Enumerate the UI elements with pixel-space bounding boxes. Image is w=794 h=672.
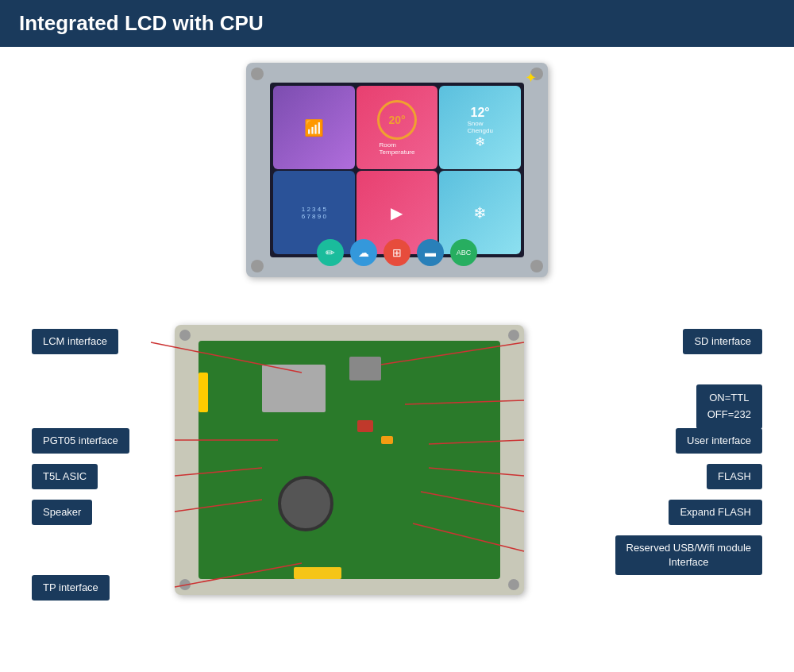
flash-label: FLASH: [707, 464, 762, 489]
icon-grid: ⊞: [384, 239, 410, 266]
pcb-chip-orange: [381, 436, 393, 444]
main-content: ✦ 📶 20° RoomTemperature 12° SnowChengdu …: [0, 47, 794, 301]
lcd-screen: 📶 20° RoomTemperature 12° SnowChengdu ❄ …: [270, 83, 524, 257]
page-title: Integrated LCD with CPU: [19, 11, 264, 35]
page-header: Integrated LCD with CPU: [0, 0, 794, 47]
snowflake-icon2: ❄: [473, 203, 487, 222]
bottom-icons-row: ✏ ☁ ⊞ ▬ ABC: [317, 239, 477, 266]
user-interface-label: User interface: [676, 428, 762, 454]
room-temp-label: RoomTemperature: [380, 141, 415, 156]
icon-cloud: ☁: [350, 239, 377, 266]
pcb-mount-bl: [179, 579, 191, 590]
pgt05-interface-label: PGT05 interface: [32, 428, 129, 454]
pcb-chip-secondary: [349, 357, 381, 380]
pcb-board: [175, 325, 524, 595]
expand-flash-label: Expand FLASH: [669, 500, 762, 525]
pcb-mount-tr: [508, 330, 519, 341]
snowflake-icon: ❄: [475, 134, 485, 149]
lcm-interface-label: LCM interface: [32, 329, 118, 354]
pcb-mount-tl: [179, 330, 191, 341]
t5l-asic-label: T5L ASIC: [32, 464, 98, 489]
tile-wifi: 📶: [273, 86, 355, 169]
icon-pencil: ✏: [317, 239, 344, 266]
pcb-chip-main: [262, 365, 326, 412]
mount-br: [530, 260, 543, 272]
mount-bl: [251, 260, 264, 272]
tile-weather: 12° SnowChengdu ❄: [439, 86, 521, 169]
keyboard-numbers: 1 2 3 4 5 6 7 8 9 0: [302, 206, 326, 220]
play-icon: ▶: [391, 203, 403, 222]
tp-interface-label: TP interface: [32, 575, 110, 601]
sun-icon: ✦: [525, 69, 537, 87]
pcb-chip-red: [357, 420, 373, 432]
sd-interface-label: SD interface: [683, 329, 762, 354]
pcb-connector-left: [198, 373, 208, 412]
temp-circle: 20°: [377, 100, 417, 140]
icon-abc: ABC: [450, 239, 477, 266]
mount-tl: [251, 68, 264, 80]
speaker-label: Speaker: [32, 500, 92, 525]
pcb-ribbon: [294, 567, 341, 579]
wifi-icon: 📶: [304, 118, 324, 137]
pcb-inner: [198, 341, 500, 579]
weather-temp: 12°: [471, 106, 490, 120]
on-ttl-label: ON=TTLOFF=232: [696, 384, 762, 429]
diagram-section: LCM interface PGT05 interface T5L ASIC S…: [16, 301, 778, 643]
icon-screen: ▬: [417, 239, 444, 266]
lcd-display-top: ✦ 📶 20° RoomTemperature 12° SnowChengdu …: [246, 63, 548, 277]
weather-desc: SnowChengdu: [467, 120, 492, 134]
pcb-container: [175, 325, 524, 595]
tile-temperature: 20° RoomTemperature: [357, 86, 438, 169]
pcb-fan: [278, 476, 333, 531]
pcb-mount-br: [508, 579, 519, 590]
reserved-usb-label: Reserved USB/Wifi moduleInterface: [615, 535, 763, 575]
